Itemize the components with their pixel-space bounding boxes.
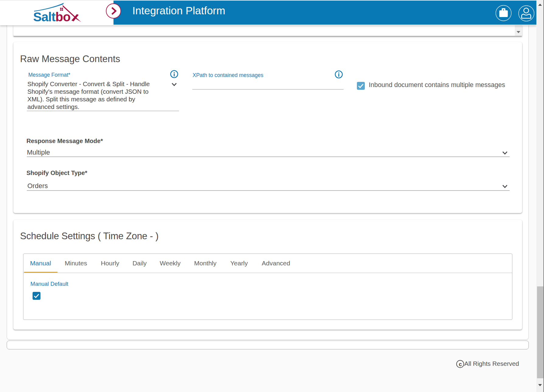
svg-text:Saltbo: Saltbo bbox=[33, 10, 71, 24]
svg-text:c: c bbox=[459, 361, 462, 367]
